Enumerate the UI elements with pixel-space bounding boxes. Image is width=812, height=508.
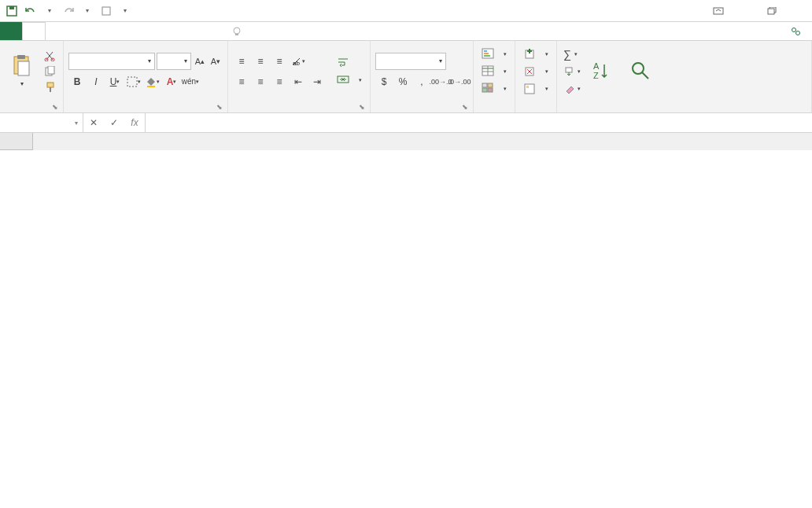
svg-rect-39	[526, 86, 529, 88]
svg-rect-1	[9, 6, 14, 9]
cond-format-icon	[482, 48, 494, 61]
increase-font-button[interactable]: A▴	[193, 53, 207, 70]
insert-icon	[523, 48, 536, 61]
cut-button[interactable]	[42, 49, 58, 63]
align-top-button[interactable]: ≡	[233, 53, 250, 70]
worksheet-grid[interactable]	[0, 133, 812, 502]
share-button[interactable]	[782, 22, 812, 40]
redo-icon[interactable]	[60, 2, 77, 20]
tell-me-search[interactable]	[222, 22, 763, 40]
select-all-corner[interactable]	[0, 133, 33, 150]
login-link[interactable]	[763, 22, 782, 40]
qat-extra-dropdown[interactable]: ▾	[116, 2, 134, 20]
alignment-dialog-launcher-icon[interactable]: ⬊	[359, 103, 367, 111]
cell-styles-button[interactable]: ▾	[478, 81, 510, 97]
format-cells-button[interactable]: ▾	[520, 81, 552, 97]
delete-cells-button[interactable]: ▾	[520, 64, 552, 79]
format-table-button[interactable]: ▾	[478, 64, 510, 79]
restore-button[interactable]	[762, 4, 782, 18]
format-icon	[523, 83, 536, 95]
font-name-combo[interactable]: ▾	[68, 53, 155, 70]
number-format-combo[interactable]: ▾	[375, 53, 446, 70]
clipboard-dialog-launcher-icon[interactable]: ⬊	[52, 103, 60, 111]
minimize-button[interactable]	[735, 4, 755, 18]
ribbon-display-options-icon[interactable]	[708, 4, 729, 18]
font-color-button[interactable]: A▾	[163, 73, 180, 90]
fill-color-button[interactable]: ▾	[144, 73, 161, 90]
svg-rect-24	[484, 53, 489, 54]
undo-icon[interactable]	[22, 2, 39, 20]
decrease-indent-button[interactable]: ⇤	[290, 73, 307, 90]
cancel-formula-button[interactable]: ✕	[83, 117, 104, 128]
comma-button[interactable]: ,	[413, 73, 430, 90]
tab-page-layout[interactable]	[68, 22, 90, 40]
enter-formula-button[interactable]: ✓	[104, 117, 124, 128]
alignment-group-label	[233, 98, 365, 111]
qat-customize-icon[interactable]: ▾	[79, 2, 96, 20]
accounting-button[interactable]: $	[375, 73, 393, 90]
undo-dropdown-icon[interactable]: ▾	[41, 2, 58, 20]
copy-button[interactable]	[42, 64, 58, 79]
align-right-button[interactable]: ≡	[271, 73, 288, 90]
merge-center-button[interactable]: ▾	[334, 72, 365, 88]
brush-icon	[44, 82, 57, 93]
tab-powerpivot[interactable]	[200, 22, 222, 40]
tab-view[interactable]	[156, 22, 178, 40]
number-group-label	[375, 98, 468, 111]
font-size-combo[interactable]: ▾	[157, 53, 191, 70]
insert-function-button[interactable]: fx	[124, 117, 145, 128]
tab-insert[interactable]	[46, 22, 68, 40]
autosum-button[interactable]: ∑▾	[562, 46, 582, 62]
paste-icon	[11, 55, 33, 77]
tab-home[interactable]	[22, 22, 46, 40]
quick-access-toolbar: ▾ ▾ ▾	[3, 2, 134, 20]
close-button[interactable]	[788, 4, 809, 18]
tab-developer[interactable]	[178, 22, 200, 40]
conditional-format-button[interactable]: ▾	[478, 46, 510, 62]
percent-button[interactable]: %	[394, 73, 412, 90]
ribbon-group-font: ▾ ▾ A▴ A▾ B I U▾ ▾ ▾ A▾ wén▾ ⬊	[64, 41, 228, 112]
align-bottom-button[interactable]: ≡	[271, 53, 288, 70]
svg-text:Z: Z	[593, 71, 599, 80]
font-dialog-launcher-icon[interactable]: ⬊	[216, 103, 224, 111]
increase-decimal-button[interactable]: .00→.0	[432, 73, 449, 90]
tab-review[interactable]	[134, 22, 156, 40]
format-painter-button[interactable]	[42, 80, 58, 94]
decrease-font-button[interactable]: A▾	[209, 53, 223, 70]
svg-rect-18	[127, 77, 137, 87]
bold-button[interactable]: B	[68, 73, 86, 90]
tab-data[interactable]	[112, 22, 134, 40]
increase-indent-button[interactable]: ⇥	[308, 73, 326, 90]
svg-rect-16	[47, 83, 54, 87]
wrap-icon	[337, 57, 349, 69]
decrease-decimal-button[interactable]: .0→.00	[451, 73, 468, 90]
align-left-button[interactable]: ≡	[233, 73, 250, 90]
underline-button[interactable]: U▾	[106, 73, 124, 90]
fill-button[interactable]: ▾	[562, 64, 582, 79]
svg-rect-31	[488, 83, 493, 87]
insert-cells-button[interactable]: ▾	[520, 46, 552, 62]
svg-rect-6	[235, 34, 238, 35]
tab-formulas[interactable]	[90, 22, 112, 40]
wrap-text-button[interactable]	[334, 55, 365, 71]
number-dialog-launcher-icon[interactable]: ⬊	[462, 103, 470, 111]
align-center-button[interactable]: ≡	[252, 73, 269, 90]
paste-button[interactable]: ▾	[5, 46, 39, 98]
clear-button[interactable]: ▾	[562, 81, 582, 97]
find-select-button[interactable]	[623, 46, 658, 98]
sort-icon: AZ	[592, 60, 614, 82]
formula-input[interactable]	[146, 113, 812, 132]
border-button[interactable]: ▾	[125, 73, 142, 90]
save-icon[interactable]	[3, 2, 20, 20]
qat-extra-icon[interactable]	[98, 2, 115, 20]
sort-filter-button[interactable]: AZ	[585, 46, 620, 98]
styles-group-label	[478, 98, 510, 111]
tab-file[interactable]	[0, 22, 22, 40]
orientation-button[interactable]: ab▾	[290, 53, 307, 70]
svg-rect-19	[147, 86, 155, 87]
align-middle-button[interactable]: ≡	[252, 53, 269, 70]
delete-icon	[523, 65, 536, 78]
name-box[interactable]: ▾	[0, 113, 83, 132]
phonetic-button[interactable]: wén▾	[182, 73, 199, 90]
italic-button[interactable]: I	[87, 73, 105, 90]
